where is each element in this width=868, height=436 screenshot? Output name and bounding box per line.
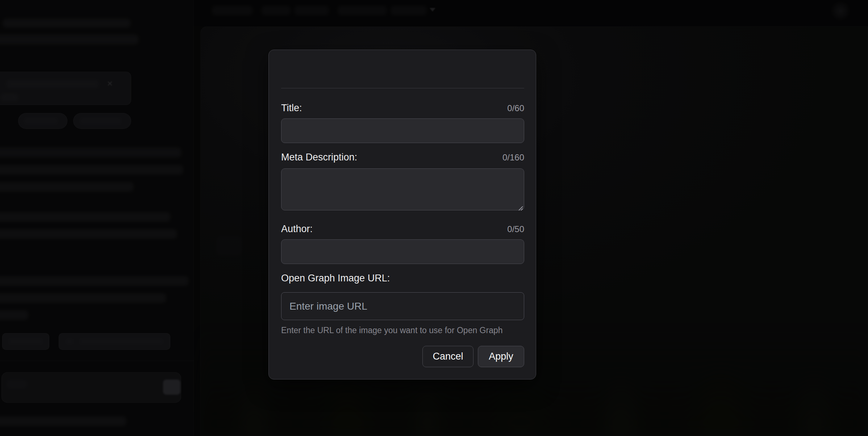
meta-description-textarea[interactable] bbox=[281, 168, 524, 210]
meta-description-label: Meta Description: bbox=[281, 152, 357, 163]
author-counter: 0/50 bbox=[507, 224, 524, 234]
cancel-button[interactable]: Cancel bbox=[422, 346, 473, 367]
title-input[interactable] bbox=[281, 118, 524, 143]
title-label: Title: bbox=[281, 102, 302, 114]
divider bbox=[281, 88, 524, 88]
og-image-url-input[interactable] bbox=[281, 292, 524, 320]
author-input[interactable] bbox=[281, 239, 524, 264]
og-image-field-header: Open Graph Image URL: bbox=[281, 273, 524, 284]
title-counter: 0/60 bbox=[507, 103, 524, 113]
meta-description-field-header: Meta Description: 0/160 bbox=[281, 152, 524, 163]
meta-description-counter: 0/160 bbox=[502, 152, 524, 163]
author-label: Author: bbox=[281, 223, 313, 235]
apply-button[interactable]: Apply bbox=[478, 346, 524, 367]
og-helper-text: Enter the URL of the image you want to u… bbox=[281, 326, 524, 335]
app-window: ✕ bbox=[0, 0, 868, 436]
title-field-header: Title: 0/60 bbox=[281, 102, 524, 114]
settings-modal: Settings Title: 0/60 Meta Description: 0… bbox=[268, 50, 536, 380]
author-field-header: Author: 0/50 bbox=[281, 223, 524, 235]
og-image-label: Open Graph Image URL: bbox=[281, 273, 390, 284]
